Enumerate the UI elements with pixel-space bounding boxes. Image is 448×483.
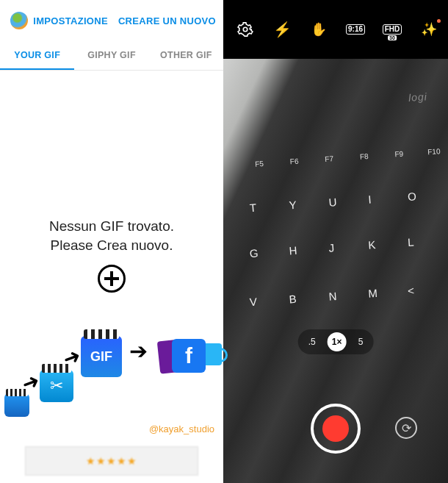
gif-app-header: IMPOSTAZIONE CREARE UN NUOVO: [0, 0, 223, 41]
gif-tabs: YOUR GIF GIPHY GIF OTHER GIF: [0, 41, 223, 71]
header-actions: IMPOSTAZIONE CREARE UN NUOVO: [33, 15, 216, 26]
facebook-icon: f: [172, 339, 206, 373]
switch-camera-button[interactable]: ⟳: [395, 417, 417, 439]
keyboard-brand-label: logi: [408, 90, 428, 104]
keyboard-row: G H J K L: [223, 230, 448, 275]
tab-your-gif[interactable]: YOUR GIF: [0, 41, 74, 70]
filters-icon[interactable]: ✨: [420, 21, 438, 38]
tab-giphy-gif[interactable]: GIPHY GIF: [74, 41, 148, 70]
author-credit: @kayak_studio: [149, 423, 214, 434]
zoom-selector[interactable]: .5 1× 5: [298, 329, 374, 354]
switch-camera-icon: ⟳: [402, 421, 411, 435]
ad-banner[interactable]: [25, 446, 198, 476]
keyboard-row: V B N M <: [223, 279, 448, 323]
resolution-label: FHD: [383, 24, 402, 35]
resolution-icon[interactable]: FHD: [383, 21, 401, 38]
gif-app-panel: IMPOSTAZIONE CREARE UN NUOVO YOUR GIF GI…: [0, 0, 223, 483]
empty-message: Nessun GIF trovato. Please Crea nuovo.: [49, 217, 174, 254]
video-clip-icon: [4, 393, 29, 417]
record-indicator-icon: [322, 415, 349, 442]
gif-empty-state: Nessun GIF trovato. Please Crea nuovo. ➜…: [0, 71, 223, 483]
tab-other-gif[interactable]: OTHER GIF: [149, 41, 223, 70]
create-flow-illustration: ➜ ➜ GIF ➔ f: [4, 314, 219, 417]
camera-top-toolbar: ⚡ ✋ 9:16 FHD ✨: [223, 0, 448, 59]
aspect-ratio-icon[interactable]: 9:16: [347, 21, 364, 38]
zoom-option-0.5x[interactable]: .5: [304, 334, 320, 350]
svg-point-0: [243, 27, 248, 32]
camera-settings-icon[interactable]: [236, 21, 254, 38]
camera-panel: ⚡ ✋ 9:16 FHD ✨ logi F5 F6 F7 F8 F9 F10 T…: [223, 0, 448, 483]
keyboard-row: T Y U I O: [223, 185, 448, 229]
camera-viewfinder[interactable]: logi F5 F6 F7 F8 F9 F10 T Y U I O G H J …: [223, 59, 448, 483]
palm-gesture-icon[interactable]: ✋: [310, 21, 328, 38]
aspect-ratio-label: 9:16: [346, 24, 365, 35]
zoom-option-1x[interactable]: 1×: [328, 332, 347, 351]
add-gif-button[interactable]: [98, 265, 126, 293]
settings-link[interactable]: IMPOSTAZIONE: [33, 15, 108, 26]
video-cut-icon: [40, 370, 73, 402]
flash-icon[interactable]: ⚡: [273, 21, 291, 38]
share-targets-icon: f: [159, 336, 219, 376]
empty-line2: Please Crea nuovo.: [49, 236, 174, 255]
gif-output-icon: GIF: [81, 336, 122, 377]
empty-line1: Nessun GIF trovato.: [49, 217, 174, 236]
keyboard-fn-row: F5 F6 F7 F8 F9 F10: [223, 146, 448, 170]
create-new-link[interactable]: CREARE UN NUOVO: [118, 15, 216, 26]
app-logo-icon: [10, 12, 28, 29]
arrow-icon: ➔: [129, 338, 148, 364]
zoom-option-5x[interactable]: 5: [354, 334, 368, 350]
shutter-button[interactable]: [311, 404, 361, 454]
